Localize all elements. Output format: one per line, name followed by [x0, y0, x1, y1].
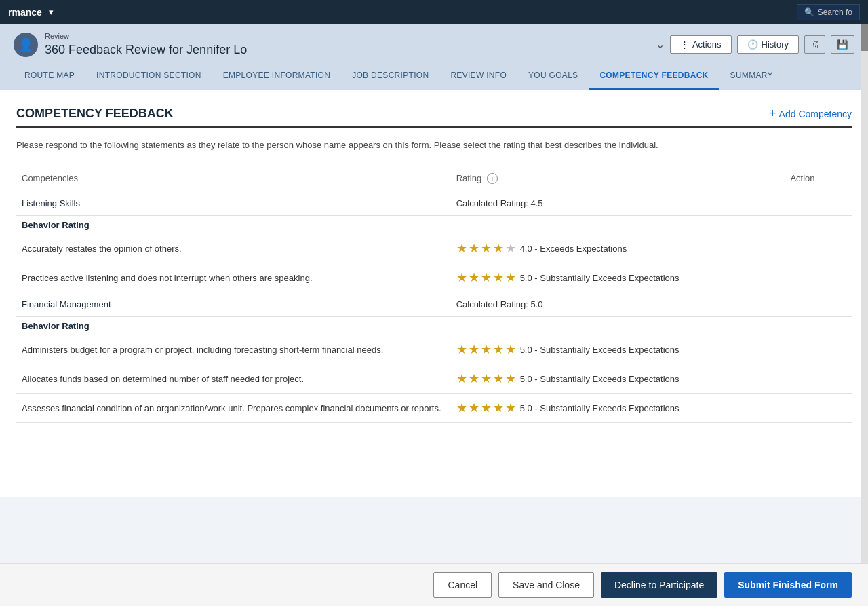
behavior-row: Assesses financial condition of an organ…	[16, 394, 852, 423]
behavior-text: Administers budget for a program or proj…	[16, 335, 451, 364]
nav-tab-job-desc[interactable]: JOB DESCRIPTION	[341, 62, 439, 90]
bh-rating-cell	[451, 216, 785, 235]
group-action-cell	[785, 292, 852, 317]
rating-cell: ★★★★★ 4.0 - Exceeds Expectations	[456, 241, 780, 256]
actions-button[interactable]: ⋮ Actions	[670, 35, 732, 54]
rating-text: 5.0 - Substantially Exceeds Expectations	[520, 374, 679, 384]
star-filled-icon: ★	[481, 400, 492, 415]
nav-tab-introduction[interactable]: INTRODUCTION SECTION	[85, 62, 212, 90]
search-label: Search fo	[818, 7, 852, 17]
add-competency-button[interactable]: + Add Competency	[769, 107, 852, 121]
star-filled-icon: ★	[481, 371, 492, 386]
behavior-rating-cell: ★★★★★ 5.0 - Substantially Exceeds Expect…	[451, 364, 785, 394]
star-filled-icon: ★	[456, 371, 467, 386]
group-name: Listening Skills	[16, 191, 451, 216]
behavior-row: Allocates funds based on determined numb…	[16, 364, 852, 394]
collapse-button[interactable]: ⌄	[656, 38, 665, 51]
print-icon: 🖨	[810, 39, 819, 50]
rating-cell: ★★★★★ 5.0 - Substantially Exceeds Expect…	[456, 342, 780, 357]
title-block: Review 360 Feedback Review for Jennifer …	[45, 32, 247, 57]
star-filled-icon: ★	[505, 371, 516, 386]
scrollbar[interactable]	[861, 24, 868, 497]
behavior-header-label: Behavior Rating	[16, 216, 451, 235]
save-icon-button[interactable]: 💾	[831, 35, 854, 54]
nav-tab-review-info[interactable]: REVIEW INFO	[439, 62, 517, 90]
behavior-row: Accurately restates the opinion of other…	[16, 234, 852, 263]
col-competencies: Competencies	[16, 166, 451, 191]
star-filled-icon: ★	[456, 342, 467, 357]
header-top: 👤 Review 360 Feedback Review for Jennife…	[14, 32, 854, 57]
add-competency-label: Add Competency	[779, 109, 852, 119]
star-filled-icon: ★	[505, 400, 516, 415]
star-filled-icon: ★	[481, 241, 492, 256]
behavior-rating-cell: ★★★★★ 5.0 - Substantially Exceeds Expect…	[451, 335, 785, 364]
nav-tab-employee-info[interactable]: EMPLOYEE INFORMATION	[212, 62, 341, 90]
star-filled-icon: ★	[493, 342, 504, 357]
description-text: Please respond to the following statemen…	[16, 138, 852, 152]
rating-text: 4.0 - Exceeds Expectations	[520, 244, 627, 254]
behavior-row: Practices active listening and does not …	[16, 263, 852, 292]
breadcrumb: Review	[45, 32, 247, 40]
star-filled-icon: ★	[469, 270, 479, 285]
group-action-cell	[785, 191, 852, 216]
rating-cell: ★★★★★ 5.0 - Substantially Exceeds Expect…	[456, 400, 780, 415]
behavior-header-row: Behavior Rating	[16, 216, 852, 235]
star-rating: ★★★★★	[456, 270, 516, 285]
calculated-rating: Calculated Rating: 5.0	[451, 292, 785, 317]
behavior-rating-cell: ★★★★★ 5.0 - Substantially Exceeds Expect…	[451, 394, 785, 423]
star-filled-icon: ★	[505, 342, 516, 357]
star-filled-icon: ★	[469, 400, 479, 415]
avatar: 👤	[14, 33, 38, 57]
col-action: Action	[785, 166, 852, 191]
star-filled-icon: ★	[469, 371, 479, 386]
behavior-action-cell	[785, 394, 852, 423]
competency-table: Competencies Rating i Action Listening S…	[16, 166, 852, 423]
behavior-rating-cell: ★★★★★ 4.0 - Exceeds Expectations	[451, 234, 785, 263]
plus-icon: +	[769, 107, 776, 121]
star-rating: ★★★★★	[456, 241, 516, 256]
star-filled-icon: ★	[493, 241, 504, 256]
behavior-text: Accurately restates the opinion of other…	[16, 234, 451, 263]
behavior-action-cell	[785, 234, 852, 263]
star-filled-icon: ★	[481, 342, 492, 357]
calculated-rating: Calculated Rating: 4.5	[451, 191, 785, 216]
scrollbar-thumb[interactable]	[861, 24, 868, 51]
competency-group-row: Listening Skills Calculated Rating: 4.5	[16, 191, 852, 216]
nav-tab-competency-feedback[interactable]: COMPETENCY FEEDBACK	[589, 62, 719, 90]
floppy-disk-icon: 💾	[837, 39, 848, 50]
star-rating: ★★★★★	[456, 400, 516, 415]
actions-label: Actions	[692, 39, 722, 50]
nav-tab-route-map[interactable]: ROUTE MAP	[14, 62, 85, 90]
table-header-row: Competencies Rating i Action	[16, 166, 852, 191]
print-button[interactable]: 🖨	[804, 35, 825, 54]
behavior-action-cell	[785, 364, 852, 394]
star-filled-icon: ★	[456, 241, 467, 256]
behavior-text: Assesses financial condition of an organ…	[16, 394, 451, 423]
top-bar-left: rmance ▾	[8, 7, 54, 18]
bh-action-cell	[785, 216, 852, 235]
main-content: COMPETENCY FEEDBACK + Add Competency Ple…	[0, 90, 868, 497]
behavior-header-row: Behavior Rating	[16, 317, 852, 336]
app-chevron-icon[interactable]: ▾	[49, 7, 54, 17]
rating-text: 5.0 - Substantially Exceeds Expectations	[520, 345, 679, 355]
top-bar-right: 🔍 Search fo	[797, 4, 860, 20]
nav-tab-you-goals[interactable]: YOU GOALS	[517, 62, 589, 90]
behavior-action-cell	[785, 335, 852, 364]
star-filled-icon: ★	[505, 270, 516, 285]
competency-group-row: Financial Management Calculated Rating: …	[16, 292, 852, 317]
history-clock-icon: 🕐	[747, 39, 758, 50]
behavior-text: Allocates funds based on determined numb…	[16, 364, 451, 394]
star-rating: ★★★★★	[456, 371, 516, 386]
history-button[interactable]: 🕐 History	[737, 35, 799, 54]
rating-text: 5.0 - Substantially Exceeds Expectations	[520, 403, 679, 413]
group-name: Financial Management	[16, 292, 451, 317]
search-button[interactable]: 🔍 Search fo	[797, 4, 860, 20]
top-bar: rmance ▾ 🔍 Search fo	[0, 0, 868, 24]
rating-info-icon[interactable]: i	[487, 173, 498, 184]
header-left: 👤 Review 360 Feedback Review for Jennife…	[14, 32, 247, 57]
star-filled-icon: ★	[493, 270, 504, 285]
star-filled-icon: ★	[481, 270, 492, 285]
star-filled-icon: ★	[493, 371, 504, 386]
nav-tab-summary[interactable]: SUMMARY	[719, 62, 784, 90]
header-section: 👤 Review 360 Feedback Review for Jennife…	[0, 24, 868, 90]
